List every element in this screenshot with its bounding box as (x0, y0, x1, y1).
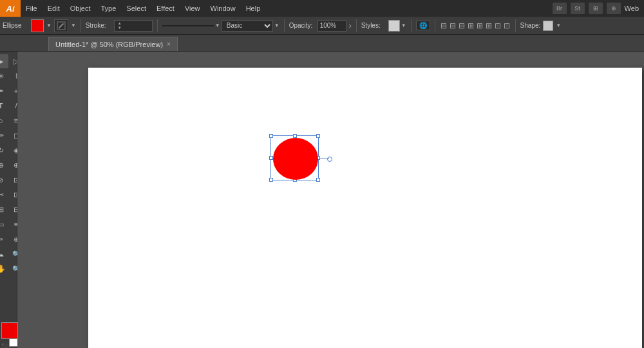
bridge-icon[interactable]: Br (553, 3, 567, 14)
fill-color-swatch[interactable] (31, 19, 44, 32)
pencil-tool[interactable]: ✏ (0, 128, 8, 142)
menu-effect[interactable]: Effect (151, 3, 180, 14)
reset-colors-icon[interactable]: ⬛ (1, 343, 8, 348)
mesh-tool[interactable]: ⊞ (0, 202, 8, 217)
ellipse-object-container[interactable]: + (270, 135, 329, 182)
arrange-icons: ⊟ ⊟ ⊟ ⊞ ⊞ ⊞ ⊡ ⊡ (440, 21, 511, 30)
width-tool[interactable]: ⊘ (0, 173, 8, 187)
menubar: Ai File Edit Object Type Select Effect V… (0, 0, 644, 17)
sep1 (80, 19, 81, 32)
align-bottom-icon[interactable]: ⊞ (485, 21, 493, 30)
ellipse-tool[interactable]: ○ (0, 113, 8, 128)
sep4 (356, 19, 357, 32)
app-logo: Ai (0, 0, 21, 17)
shape-option-swatch[interactable] (543, 21, 553, 31)
menu-object[interactable]: Object (65, 3, 96, 14)
stroke-color-swatch[interactable] (54, 19, 68, 32)
menu-right: Br St ⊞ ⊛ Web (553, 3, 644, 14)
width-handle-dot[interactable] (327, 157, 332, 162)
tabbar: Untitled-1* @ 50% (RGB/Preview) × (0, 35, 644, 52)
sep5 (411, 19, 412, 32)
sep2 (157, 19, 158, 32)
distribute-h-icon[interactable]: ⊡ (494, 21, 502, 30)
stroke-dropdown-arrow[interactable]: ▼ (71, 23, 76, 28)
shape-name-label: Ellipse (3, 22, 28, 29)
menu-select[interactable]: Select (121, 3, 151, 14)
magic-wand-tool[interactable]: ✳ (0, 69, 8, 83)
styles-swatch[interactable] (388, 20, 400, 32)
fill-dropdown-arrow[interactable]: ▼ (46, 23, 52, 28)
document-profile-btn[interactable]: 🌐 (416, 21, 430, 30)
handle-top-left[interactable] (269, 134, 273, 138)
shape-right-label: Shape: (520, 22, 541, 29)
distribute-v-icon[interactable]: ⊡ (503, 21, 511, 30)
selection-box: + (270, 135, 319, 180)
stroke-spinner[interactable]: ▲▼ (118, 21, 122, 30)
rotate-tool[interactable]: ↻ (0, 143, 8, 157)
menu-items: File Edit Object Type Select Effect View… (21, 3, 553, 14)
sep7 (515, 19, 516, 32)
stroke-label: Stroke: (86, 22, 111, 29)
align-middle-icon[interactable]: ⊞ (476, 21, 484, 30)
brush-arrow[interactable]: ▼ (274, 23, 279, 28)
type-tool[interactable]: T (0, 99, 8, 113)
live-paint-tool[interactable]: ✏ (0, 232, 8, 246)
menu-help[interactable]: Help (241, 3, 266, 14)
opacity-label: Opacity: (289, 22, 315, 29)
shape-option-arrow[interactable]: ▼ (556, 23, 561, 28)
styles-area: Styles: ▼ (361, 20, 406, 32)
tab-close-button[interactable]: × (167, 41, 171, 48)
sync-icon[interactable]: ⊛ (607, 3, 621, 14)
sep3 (284, 19, 285, 32)
menu-view[interactable]: View (180, 3, 205, 14)
artboard (88, 68, 642, 348)
stock-icon[interactable]: St (571, 3, 585, 14)
menu-type[interactable]: Type (96, 3, 122, 14)
options-toolbar: Ellipse ▼ ▼ Stroke: ▲▼ ▼ Basic ▼ Opacity… (0, 17, 644, 35)
foreground-color-swatch[interactable] (1, 322, 18, 339)
symbol-sprayer-tool[interactable]: ✂ (0, 188, 8, 202)
opacity-expand[interactable]: › (349, 21, 352, 30)
ellipse-shape[interactable] (273, 138, 318, 180)
menu-window[interactable]: Window (205, 3, 241, 14)
canvas-area[interactable]: + (17, 52, 644, 348)
styles-label: Styles: (361, 22, 387, 29)
brush-definition-select[interactable]: Basic (222, 20, 273, 32)
web-label: Web (625, 5, 639, 12)
stroke-line-preview (162, 25, 214, 26)
stroke-input[interactable]: ▲▼ (114, 20, 153, 32)
stroke-profile-area: ▼ Basic ▼ (162, 20, 279, 32)
stroke-profile-arrow[interactable]: ▼ (215, 23, 220, 28)
tab-title: Untitled-1* @ 50% (RGB/Preview) (55, 41, 163, 48)
document-tab[interactable]: Untitled-1* @ 50% (RGB/Preview) × (48, 37, 178, 51)
pen-tool[interactable]: ✒ (0, 84, 8, 98)
menu-file[interactable]: File (21, 3, 43, 14)
main-area: ▶ ▷ ✳ ⌇ ✒ + T / ○ ≋ ✏ ◻ ↻ ◈ ⊕ ⊕ (0, 52, 644, 348)
align-right-icon[interactable]: ⊟ (458, 21, 466, 30)
sep6 (435, 19, 435, 32)
align-center-icon[interactable]: ⊟ (449, 21, 457, 30)
left-toolbar: ▶ ▷ ✳ ⌇ ✒ + T / ○ ≋ ✏ ◻ ↻ ◈ ⊕ ⊕ (0, 52, 17, 348)
handle-bottom-left[interactable] (269, 178, 273, 182)
handle-bottom-right[interactable] (316, 178, 320, 182)
align-top-icon[interactable]: ⊞ (467, 21, 475, 30)
hand-tool[interactable]: ✋ (0, 262, 8, 276)
menu-edit[interactable]: Edit (43, 3, 65, 14)
workspace-icon[interactable]: ⊞ (589, 3, 603, 14)
opacity-input[interactable] (317, 20, 346, 32)
handle-top-right[interactable] (316, 134, 320, 138)
eyedropper-tool[interactable]: ▭ (0, 217, 8, 231)
artboard-tool[interactable]: ☁ (0, 247, 8, 261)
scale-tool[interactable]: ⊕ (0, 158, 8, 172)
selection-tool[interactable]: ▶ (0, 54, 8, 68)
align-left-icon[interactable]: ⊟ (440, 21, 448, 30)
styles-arrow[interactable]: ▼ (401, 23, 406, 28)
